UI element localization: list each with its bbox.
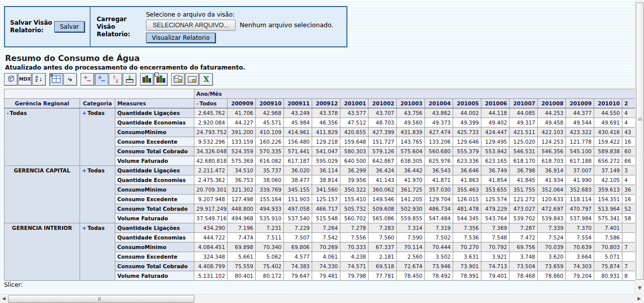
show-chart-button[interactable] (140, 73, 154, 86)
drill-expand-member-button[interactable]: +− (81, 73, 94, 86)
view-report-button[interactable]: Visualizar Relatorio (146, 33, 216, 43)
clipped-value-cell: 4 (622, 175, 636, 185)
value-cell: 43.862 (425, 108, 453, 118)
value-cell: 36.753 (228, 175, 256, 185)
value-cell: 7.264 (312, 223, 340, 233)
value-cell: 623.165 (481, 156, 510, 166)
collapse-minus-icon[interactable]: - (7, 110, 9, 116)
clipped-month-header: 2 (622, 99, 636, 108)
scroll-grip-icon (638, 118, 642, 121)
measure-label: Volume Faturado (115, 156, 194, 166)
export-excel-button[interactable]: X (199, 73, 213, 86)
select-file-button[interactable]: SELECIONAR ARQUIVO... (146, 20, 236, 31)
value-cell: 49.544 (566, 118, 594, 128)
clipped-value-cell: 16 (622, 195, 636, 204)
value-cell: 472.697 (538, 204, 566, 214)
month-header: 201007 (510, 99, 538, 108)
categoria-label: Todas (88, 225, 105, 231)
value-cell: 5.062 (256, 252, 284, 262)
value-cell: 154.351 (594, 195, 622, 204)
scroll-left-arrow[interactable]: ◀ (0, 294, 8, 303)
value-cell: 7.356 (453, 223, 481, 233)
expand-plus-icon[interactable]: + (82, 110, 87, 116)
value-cell: 537.984 (566, 214, 594, 223)
categoria-cell: +Todas (80, 223, 115, 281)
value-cell: 617.188 (566, 156, 594, 166)
value-cell: 448.800 (228, 204, 256, 214)
value-cell: 44.377 (566, 108, 594, 118)
clipped-value-cell: 66 (622, 156, 636, 166)
chart-config-button[interactable]: ✓ (154, 73, 168, 86)
mdx-editor-button[interactable]: MDX (18, 73, 32, 86)
measure-label: Volume Faturado (115, 271, 194, 281)
value-cell: 41.143 (369, 175, 397, 185)
value-cell: 7.278 (340, 223, 369, 233)
drill-expand-position-button[interactable]: +− (95, 73, 108, 86)
measure-label: Quantidade Ligações (115, 166, 194, 175)
value-cell: 7.548 (481, 233, 510, 243)
vertical-scrollbar[interactable]: ▼ (635, 0, 644, 293)
value-cell: 149.546 (369, 195, 397, 204)
month-header: 201008 (538, 99, 566, 108)
drill-replace-button[interactable]: ↑↓ (109, 73, 122, 86)
expand-plus-icon[interactable]: + (82, 167, 87, 173)
value-cell: 67.337 (369, 243, 397, 252)
horizontal-scrollbar[interactable]: ◀ ▶ (0, 294, 644, 303)
cube-navigator-button[interactable] (4, 73, 18, 86)
drill-through-button[interactable]: ⇓ (123, 73, 136, 86)
value-cell: 571.441 (284, 147, 312, 156)
value-cell: 642.867 (369, 156, 397, 166)
olap-toolbar: MDX AZ ↓ 0 ⤷ +− +− ↑↓ ⇓ ✓ X (4, 73, 213, 86)
total-value-cell: 24.793.752 (194, 128, 228, 137)
value-cell: 143.765 (397, 137, 425, 147)
total-value-cell: 2.920.084 (194, 118, 228, 128)
swap-axes-button[interactable]: ⤷ (63, 73, 77, 86)
value-cell: 79.401 (481, 271, 510, 281)
scroll-right-arrow[interactable]: ▶ (635, 294, 643, 303)
value-cell: 543.764 (481, 214, 510, 223)
scroll-down-arrow[interactable]: ▼ (635, 283, 644, 292)
value-cell: 44.118 (481, 108, 510, 118)
horizontal-scrollbar-thumb[interactable] (8, 295, 194, 303)
value-cell: 75.874 (594, 262, 622, 271)
value-cell: 7.474 (228, 233, 256, 243)
value-cell: 78.450 (397, 271, 425, 281)
value-cell: 49.399 (453, 118, 481, 128)
value-cell: 70.270 (453, 243, 481, 252)
save-button[interactable]: Salvar (54, 21, 85, 32)
value-cell: 126.015 (453, 195, 481, 204)
value-cell: 3.921 (481, 252, 510, 262)
scroll-grip-icon (98, 297, 101, 301)
value-cell: 524.359 (228, 147, 256, 156)
value-cell: 424.447 (481, 128, 510, 137)
print-pdf-button[interactable] (185, 73, 199, 86)
categoria-cell: +Todas (80, 166, 115, 223)
table-row: GERENCIA CAPITAL+TodasQuantidade Ligaçõe… (5, 166, 636, 175)
value-cell: 541.047 (312, 147, 340, 156)
value-cell: 80.172 (256, 271, 284, 281)
measure-label: Consumo Excedente (115, 195, 194, 204)
sort-order-button[interactable]: AZ ↓ (32, 73, 46, 86)
value-cell: 72.674 (397, 262, 425, 271)
value-cell: 360.062 (369, 185, 397, 195)
value-cell: 7.524 (538, 233, 566, 243)
value-cell: 75.559 (228, 262, 256, 271)
value-cell: 155.410 (340, 195, 369, 204)
measure-label: Volume Faturado (115, 214, 194, 223)
value-cell: 70.792 (481, 243, 510, 252)
value-cell: 41.854 (481, 175, 510, 185)
value-cell: 2.560 (397, 252, 425, 262)
value-cell: 481.478 (453, 204, 481, 214)
region-cell: GERENCIA INTERIOR (5, 223, 80, 281)
value-cell: 38.060 (256, 175, 284, 185)
vertical-scrollbar-thumb[interactable] (636, 3, 644, 280)
expand-plus-icon[interactable]: + (82, 225, 87, 231)
value-cell: 505.732 (340, 204, 369, 214)
collapse-minus-icon[interactable]: - (196, 100, 198, 106)
value-cell: 638.305 (397, 156, 425, 166)
value-cell: 410.109 (256, 128, 284, 137)
value-cell: 74.330 (312, 262, 340, 271)
show-parent-members-button[interactable]: 0 (49, 73, 63, 86)
print-config-button[interactable] (171, 73, 185, 86)
month-header: 200909 (228, 99, 256, 108)
